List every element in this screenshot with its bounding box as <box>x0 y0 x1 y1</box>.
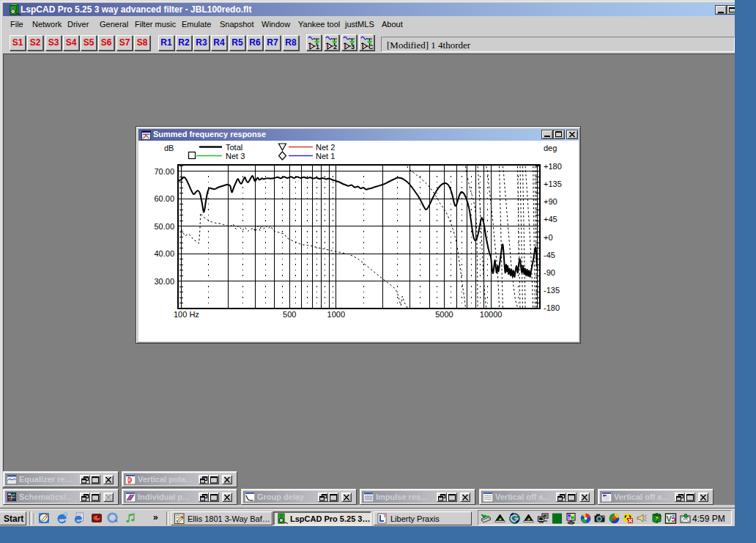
svg-text:Net 2: Net 2 <box>316 143 335 152</box>
svg-text:+90: +90 <box>544 197 557 206</box>
svg-text:Total: Total <box>226 143 242 152</box>
svg-text:30.00: 30.00 <box>154 277 174 286</box>
svg-text:5000: 5000 <box>435 310 453 319</box>
svg-text:+180: +180 <box>544 162 562 171</box>
svg-text:-135: -135 <box>544 286 560 295</box>
svg-text:3: 3 <box>351 43 355 50</box>
svg-text:2: 2 <box>333 43 337 50</box>
svg-text:+0: +0 <box>544 233 553 242</box>
svg-text:+135: +135 <box>544 180 562 188</box>
svg-text:deg: deg <box>544 144 557 152</box>
svg-text:1: 1 <box>316 43 319 50</box>
svg-text:40.00: 40.00 <box>154 249 174 258</box>
svg-text:100 Hz: 100 Hz <box>174 310 199 319</box>
svg-text:50.00: 50.00 <box>154 222 174 231</box>
svg-text:-180: -180 <box>544 303 560 312</box>
svg-text:+45: +45 <box>544 215 557 224</box>
svg-text:1000: 1000 <box>327 310 345 319</box>
svg-text:dB: dB <box>164 144 174 152</box>
svg-text:C: C <box>368 43 374 50</box>
svg-text:-90: -90 <box>544 268 555 277</box>
svg-text:-45: -45 <box>544 251 555 259</box>
svg-text:Net 1: Net 1 <box>316 152 335 160</box>
svg-text:500: 500 <box>283 310 296 319</box>
svg-text:10000: 10000 <box>480 310 503 319</box>
svg-text:60.00: 60.00 <box>154 194 174 203</box>
svg-text:Net 3: Net 3 <box>226 152 245 160</box>
svg-text:70.00: 70.00 <box>154 167 174 176</box>
